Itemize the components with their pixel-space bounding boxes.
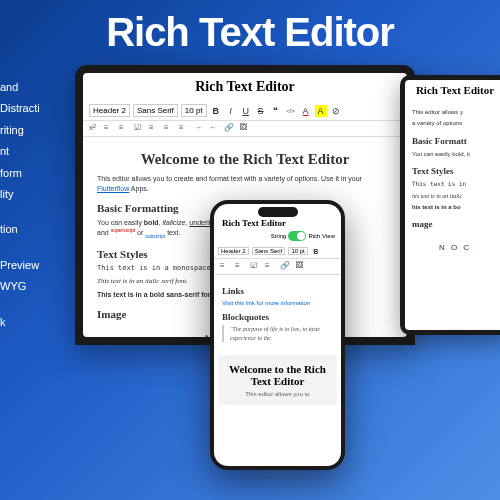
text-color-icon[interactable]: A [300, 105, 312, 117]
toolbar: Header 2 Sans Serif 10 pt B I U S ❝ </> … [83, 101, 407, 121]
image-icon[interactable]: 🖼 [239, 123, 250, 134]
list-icon[interactable]: ≡ [104, 123, 115, 134]
tablet-mockup: Rich Text Editor This editor allows y a … [400, 75, 500, 335]
feature-item: riting [0, 123, 70, 138]
phone-align-icon[interactable]: ≡ [265, 261, 276, 272]
phone-screen: Rich Text Editor String Rich View Header… [214, 204, 341, 466]
flutterflow-link[interactable]: Flutterflow [97, 185, 129, 192]
checklist-icon[interactable]: ☑ [134, 123, 145, 134]
tablet-basic-heading: Basic Formatt [412, 136, 498, 146]
underline-icon[interactable]: U [240, 105, 252, 117]
view-toggle: String Rich View [214, 231, 341, 244]
feature-item: form [0, 166, 70, 181]
link-icon[interactable]: 🔗 [224, 123, 235, 134]
links-heading: Links [222, 286, 333, 296]
align-right-icon[interactable]: ≡ [179, 123, 190, 134]
hero-title: Rich Text Editor [0, 0, 500, 59]
phone-image-icon[interactable]: 🖼 [295, 261, 306, 272]
toolbar-row-2: x² ≡ ≡ ☑ ≡ ≡ ≡ → ← 🔗 🖼 [83, 121, 407, 137]
strike-icon[interactable]: S [255, 105, 267, 117]
preview-text: This editor allows you to [226, 391, 329, 397]
tablet-mono: This text is in [412, 180, 498, 188]
phone-olist-icon[interactable]: ≡ [235, 261, 246, 272]
indent-icon[interactable]: → [194, 123, 205, 134]
blockquotes-heading: Blockquotes [222, 312, 333, 322]
feature-item: tion [0, 222, 70, 237]
phone-link-icon[interactable]: 🔗 [280, 261, 291, 272]
feature-item: nt [0, 144, 70, 159]
phone-content[interactable]: Links Visit this link for more informati… [214, 275, 341, 351]
welcome-heading: Welcome to the Rich Text Editor [97, 151, 393, 168]
quote-icon[interactable]: ❝ [270, 105, 282, 117]
tablet-logo: N O C [412, 235, 498, 260]
feature-item: lity [0, 187, 70, 202]
tablet-app-title: Rich Text Editor [405, 80, 500, 100]
size-dropdown[interactable]: 10 pt [181, 104, 207, 117]
ordered-list-icon[interactable]: ≡ [119, 123, 130, 134]
phone-notch [258, 207, 298, 217]
tablet-bold: his text is in a bo [412, 203, 498, 211]
feature-item: k [0, 315, 70, 330]
preview-heading: Welcome to the Rich Text Editor [226, 363, 329, 387]
view-toggle-switch[interactable] [288, 231, 306, 241]
code-icon[interactable]: </> [285, 105, 297, 117]
feature-item: and [0, 80, 70, 95]
blockquote-text: "The purpose of life is to live, to tast… [222, 325, 333, 342]
feature-item: Distracti [0, 101, 70, 116]
outdent-icon[interactable]: ← [209, 123, 220, 134]
links-text: Visit this link for more information [222, 299, 333, 307]
tablet-screen: Rich Text Editor This editor allows y a … [405, 80, 500, 330]
header-dropdown[interactable]: Header 2 [89, 104, 130, 117]
font-dropdown[interactable]: Sans Serif [133, 104, 178, 117]
phone-header-dropdown[interactable]: Header 2 [218, 247, 249, 255]
tablet-intro: This editor allows y [412, 108, 498, 116]
feature-item: WYG [0, 279, 70, 294]
toggle-label-string: String [271, 233, 287, 239]
align-center-icon[interactable]: ≡ [164, 123, 175, 134]
features-list: and Distracti riting nt form lity tion P… [0, 80, 70, 336]
phone-preview-pane: Welcome to the Rich Text Editor This edi… [218, 355, 337, 405]
tablet-styles-heading: Text Styles [412, 166, 498, 176]
feature-item: Preview [0, 258, 70, 273]
phone-toolbar-2: ≡ ≡ ☑ ≡ 🔗 🖼 [214, 259, 341, 275]
tablet-image-heading: mage [412, 219, 498, 229]
clear-format-icon[interactable]: ⊘ [330, 105, 342, 117]
tablet-basic-text: You can easily bold, it [412, 150, 498, 158]
phone-toolbar: Header 2 Sans Serif 10 pt B [214, 244, 341, 259]
phone-size-dropdown[interactable]: 10 pt [288, 247, 307, 255]
intro-paragraph: This editor allows you to create and for… [97, 174, 393, 194]
phone-check-icon[interactable]: ☑ [250, 261, 261, 272]
app-title: Rich Text Editor [83, 73, 407, 101]
bold-icon[interactable]: B [210, 105, 222, 117]
italic-icon[interactable]: I [225, 105, 237, 117]
superscript-icon[interactable]: x² [89, 123, 100, 134]
tablet-intro2: a variety of options [412, 119, 498, 127]
phone-app-title: Rich Text Editor [222, 218, 286, 228]
bg-color-icon[interactable]: A [315, 105, 327, 117]
align-left-icon[interactable]: ≡ [149, 123, 160, 134]
phone-list-icon[interactable]: ≡ [220, 261, 231, 272]
tablet-content[interactable]: This editor allows y a variety of option… [405, 100, 500, 265]
toggle-label-rich: Rich View [308, 233, 335, 239]
tablet-italic: his text is in an italic [412, 192, 498, 200]
phone-bold-icon[interactable]: B [311, 246, 321, 256]
phone-font-dropdown[interactable]: Sans Serif [252, 247, 286, 255]
phone-mockup: Rich Text Editor String Rich View Header… [210, 200, 345, 470]
